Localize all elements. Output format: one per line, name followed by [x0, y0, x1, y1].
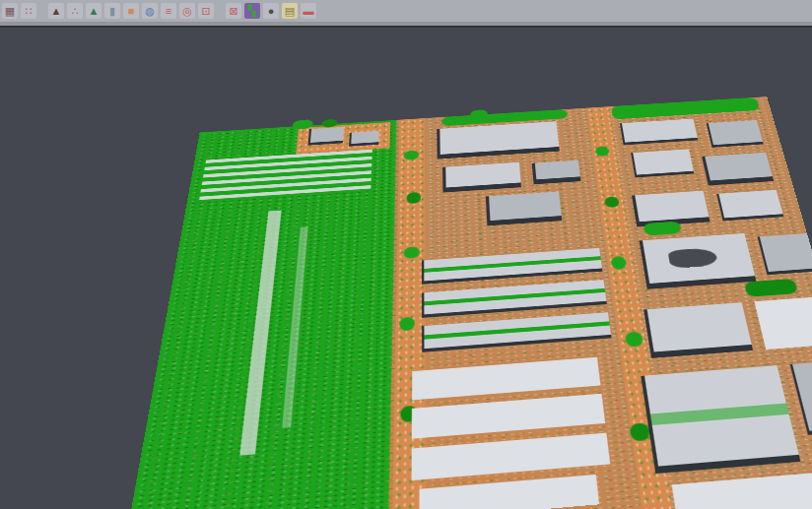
- building: [706, 120, 763, 147]
- courtyard-shadow: [667, 247, 718, 269]
- building: [532, 160, 581, 185]
- note-tan-icon[interactable]: ▤: [282, 3, 298, 19]
- checker-red-icon[interactable]: ⊠: [226, 3, 241, 19]
- tree-row: [611, 97, 759, 119]
- warehouse: [672, 472, 812, 509]
- building: [442, 162, 521, 193]
- tree-row: [643, 222, 682, 236]
- roadside-tree: [625, 332, 643, 347]
- globe-icon[interactable]: ◍: [142, 3, 158, 19]
- terrain-green-icon[interactable]: ▲: [86, 3, 102, 19]
- target-icon-glyph: ◎: [182, 6, 192, 17]
- layers-red-icon[interactable]: ≡: [161, 3, 176, 19]
- crop-marks-icon-glyph: ⊡: [201, 6, 210, 17]
- warehouse: [412, 356, 600, 400]
- dark-sphere-icon-glyph: ●: [268, 6, 275, 17]
- warehouse: [423, 313, 612, 352]
- slab-blue-icon-glyph: ▮: [109, 6, 115, 17]
- terrain-brown-icon[interactable]: ▲: [48, 3, 64, 19]
- point-align-icon-glyph: ∷: [26, 6, 33, 17]
- roadside-tree: [407, 192, 421, 204]
- sparse-points-icon-glyph: ∴: [72, 6, 79, 17]
- building: [620, 118, 699, 145]
- dark-sphere-icon[interactable]: ●: [263, 3, 279, 19]
- classification-colors-icon[interactable]: ▚: [244, 3, 260, 19]
- checker-red-icon-glyph: ⊠: [229, 6, 237, 17]
- warehouse: [422, 248, 602, 285]
- terrain-brown-icon-glyph: ▲: [51, 6, 62, 17]
- building: [308, 127, 345, 145]
- building: [349, 131, 378, 147]
- point-cloud-surface: [94, 96, 812, 509]
- note-tan-icon-glyph: ▤: [285, 6, 295, 17]
- building: [758, 233, 812, 275]
- building: [790, 360, 812, 435]
- building: [702, 153, 774, 186]
- warehouse: [412, 394, 605, 439]
- layers-red-icon-glyph: ≡: [166, 6, 171, 17]
- building: [755, 296, 812, 350]
- ground-orange-icon-glyph: ■: [128, 6, 135, 17]
- tree-row: [743, 279, 798, 297]
- maroon-grid-icon-glyph: ▦: [5, 6, 15, 17]
- flag-red-icon-glyph: ▬: [304, 6, 314, 17]
- globe-icon-glyph: ◍: [145, 6, 155, 17]
- toolbar-separator: [217, 3, 223, 19]
- building: [631, 149, 694, 177]
- building: [437, 121, 560, 159]
- terrain-green-icon-glyph: ▲: [89, 6, 100, 17]
- point-align-icon[interactable]: ∷: [21, 3, 36, 19]
- target-icon[interactable]: ◎: [179, 3, 195, 19]
- building: [644, 302, 753, 357]
- sparse-points-icon[interactable]: ∴: [67, 3, 83, 19]
- warehouse: [641, 365, 800, 473]
- building: [716, 190, 783, 221]
- toolbar-icons: ▦∷▲∴▲▮■◍≡◎⊡⊠▚●▤▬: [2, 3, 316, 19]
- crop-marks-icon[interactable]: ⊡: [198, 3, 214, 19]
- flag-red-icon[interactable]: ▬: [301, 3, 316, 19]
- building: [486, 192, 562, 225]
- maroon-grid-icon[interactable]: ▦: [2, 3, 18, 19]
- main-toolbar: ▦∷▲∴▲▮■◍≡◎⊡⊠▚●▤▬: [0, 0, 812, 22]
- ground-orange-icon[interactable]: ■: [123, 3, 139, 19]
- toolbar-separator: [39, 3, 45, 19]
- building: [640, 233, 757, 289]
- 3d-viewport[interactable]: [0, 28, 812, 509]
- slab-blue-icon[interactable]: ▮: [104, 3, 120, 19]
- warehouse: [411, 432, 610, 479]
- vegetation-patch: [122, 446, 208, 509]
- warehouse: [419, 475, 600, 509]
- warehouse: [423, 280, 607, 317]
- classification-colors-icon-glyph: ▚: [248, 6, 256, 17]
